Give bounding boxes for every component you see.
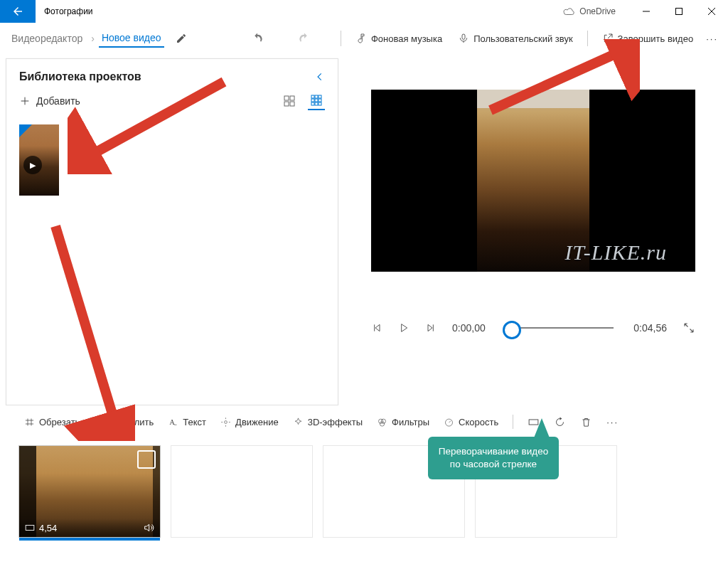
breadcrumb-new-video[interactable]: Новое видео bbox=[99, 29, 164, 48]
seek-slider[interactable] bbox=[505, 327, 614, 329]
svg-rect-15 bbox=[311, 102, 314, 105]
trash-icon bbox=[580, 416, 592, 428]
svg-rect-7 bbox=[284, 102, 289, 106]
annotation-arrow bbox=[43, 220, 135, 441]
back-button[interactable] bbox=[0, 0, 36, 23]
svg-point-23 bbox=[381, 419, 385, 423]
selected-corner-icon bbox=[19, 124, 32, 137]
filters-icon bbox=[377, 417, 387, 427]
music-icon bbox=[355, 33, 367, 44]
rename-button[interactable] bbox=[176, 33, 187, 44]
rotate-button[interactable] bbox=[548, 413, 572, 432]
trim-icon bbox=[24, 417, 35, 427]
step-forward-icon bbox=[425, 322, 437, 334]
expand-icon bbox=[682, 321, 695, 334]
onedrive-label: OneDrive bbox=[579, 6, 616, 16]
sparkle-icon bbox=[293, 417, 304, 427]
svg-rect-8 bbox=[290, 102, 294, 106]
minimize-button[interactable] bbox=[630, 0, 663, 23]
step-back-icon bbox=[371, 322, 382, 334]
grid-small-toggle[interactable] bbox=[308, 92, 325, 110]
time-total: 0:04,56 bbox=[633, 322, 667, 334]
svg-rect-10 bbox=[315, 95, 318, 98]
3d-effects-button[interactable]: 3D-эффекты bbox=[287, 413, 368, 431]
app-title: Фотографии bbox=[36, 6, 102, 16]
svg-line-29 bbox=[55, 226, 117, 430]
svg-point-21 bbox=[225, 420, 228, 423]
clip-progress bbox=[19, 538, 160, 541]
svg-rect-9 bbox=[311, 95, 314, 98]
annotation-arrow bbox=[68, 75, 231, 174]
play-button[interactable] bbox=[398, 322, 410, 334]
undo-icon bbox=[251, 32, 264, 45]
text-icon: A bbox=[168, 417, 178, 427]
maximize-button[interactable] bbox=[663, 0, 695, 23]
grid-3x3-icon bbox=[311, 95, 322, 106]
mic-icon bbox=[458, 33, 469, 44]
breadcrumb-editor[interactable]: Видеоредактор bbox=[7, 30, 87, 47]
svg-rect-14 bbox=[318, 99, 321, 102]
library-collapse-button[interactable] bbox=[315, 72, 325, 82]
background-music-button[interactable]: Фоновая музыка bbox=[350, 29, 448, 48]
clip-more-button[interactable]: ··· bbox=[601, 413, 624, 431]
text-button[interactable]: AТекст bbox=[162, 413, 212, 431]
chevron-right-icon: › bbox=[91, 33, 95, 44]
svg-point-24 bbox=[380, 421, 384, 425]
next-frame-button[interactable] bbox=[425, 322, 437, 334]
svg-text:A: A bbox=[170, 418, 176, 426]
svg-rect-11 bbox=[318, 95, 321, 98]
chevron-left-icon bbox=[315, 72, 325, 82]
rotate-icon bbox=[554, 416, 566, 428]
svg-rect-6 bbox=[290, 96, 294, 100]
svg-rect-17 bbox=[318, 102, 321, 105]
time-current: 0:00,00 bbox=[452, 322, 486, 334]
svg-point-22 bbox=[379, 419, 383, 423]
pencil-icon bbox=[176, 33, 187, 44]
speed-button[interactable]: Скорость bbox=[438, 413, 504, 431]
svg-rect-27 bbox=[26, 526, 34, 531]
cloud-icon bbox=[562, 7, 575, 16]
window-controls bbox=[630, 0, 728, 23]
library-media-item[interactable]: ▶ bbox=[19, 124, 59, 196]
svg-line-28 bbox=[82, 82, 224, 160]
fullscreen-button[interactable] bbox=[682, 321, 695, 334]
svg-rect-13 bbox=[315, 99, 318, 102]
svg-line-30 bbox=[491, 48, 629, 110]
annotation-arrow bbox=[483, 39, 640, 117]
storyboard: 4,54 Переворачивание видео по часовой ст… bbox=[0, 438, 728, 545]
motion-icon bbox=[220, 417, 231, 427]
slider-thumb[interactable] bbox=[503, 321, 521, 339]
previous-frame-button[interactable] bbox=[371, 322, 382, 334]
svg-rect-5 bbox=[284, 96, 289, 100]
svg-rect-1 bbox=[676, 9, 682, 15]
play-icon bbox=[398, 322, 410, 334]
player-controls: 0:00,00 0:04,56 bbox=[371, 321, 695, 334]
redo-icon bbox=[298, 32, 311, 45]
delete-button[interactable] bbox=[574, 413, 598, 432]
undo-button[interactable] bbox=[245, 28, 269, 48]
plus-icon bbox=[19, 95, 31, 107]
clip-checkbox[interactable] bbox=[137, 450, 156, 469]
storyboard-placeholder[interactable] bbox=[171, 445, 313, 538]
svg-rect-12 bbox=[311, 99, 314, 102]
watermark-text: IT-LIKE.ru bbox=[564, 240, 667, 265]
motion-button[interactable]: Движение bbox=[215, 413, 284, 431]
arrow-left-icon bbox=[11, 5, 24, 18]
onedrive-status[interactable]: OneDrive bbox=[562, 6, 616, 16]
video-icon bbox=[25, 523, 35, 532]
svg-rect-4 bbox=[462, 34, 465, 39]
rotate-callout: Переворачивание видео по часовой стрелке bbox=[428, 437, 559, 479]
grid-large-toggle[interactable] bbox=[281, 92, 298, 110]
close-button[interactable] bbox=[695, 0, 728, 23]
speed-icon bbox=[444, 417, 454, 427]
svg-rect-16 bbox=[315, 102, 318, 105]
filters-button[interactable]: Фильтры bbox=[371, 413, 435, 431]
play-icon: ▶ bbox=[23, 156, 42, 174]
volume-icon[interactable] bbox=[143, 522, 154, 533]
more-menu-button[interactable]: ··· bbox=[703, 30, 721, 48]
grid-2x2-icon bbox=[284, 95, 295, 107]
redo-button[interactable] bbox=[292, 28, 316, 48]
clip-duration: 4,54 bbox=[39, 523, 57, 533]
storyboard-clip[interactable]: 4,54 bbox=[18, 445, 161, 538]
title-bar: Фотографии OneDrive bbox=[0, 0, 728, 23]
